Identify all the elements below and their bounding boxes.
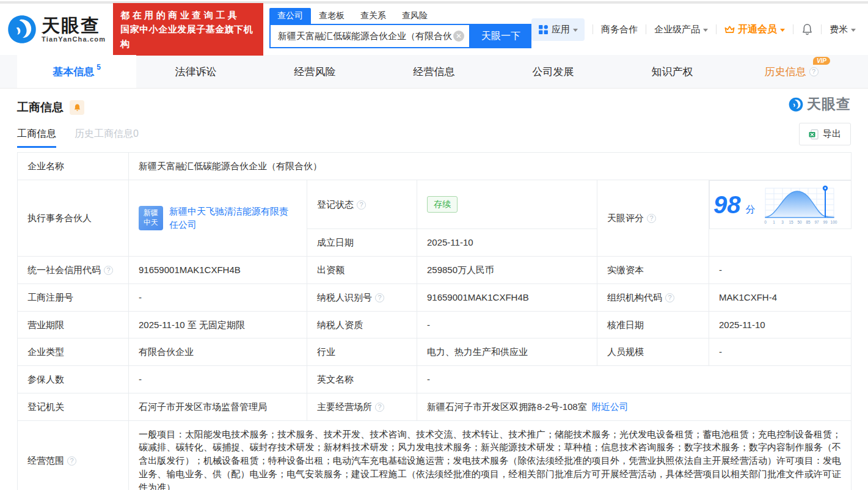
site-header: 天眼查 TianYanCha.com 都在用的商业查询工具 国家中小企业发展子基… [0, 4, 868, 55]
search-button[interactable]: 天眼一下 [470, 24, 531, 48]
chevron-down-icon [703, 29, 708, 32]
watermark-text: 天眼查 [807, 95, 851, 114]
help-icon[interactable]: ? [67, 456, 76, 466]
table-row: 营业期限 2025-11-10 至 无固定期限 纳税人资质 - 核准日期 202… [18, 311, 852, 338]
nearby-companies-link[interactable]: 附近公司 [592, 401, 629, 412]
tab-operation-risk[interactable]: 经营风险 [255, 55, 374, 88]
subscribe-bell-button[interactable] [70, 100, 84, 115]
clear-search-icon[interactable]: ✕ [453, 31, 464, 42]
insured-count-value: - [129, 366, 307, 393]
business-term-value: 2025-11-10 至 无固定期限 [129, 311, 307, 338]
tianyancha-swirl-icon [6, 13, 38, 45]
subtab-history-registration[interactable]: 历史工商信息0 [75, 128, 139, 148]
company-nav-tabs: 基本信息 5 法律诉讼 经营风险 经营信息 公司发展 知识产权 VIP 历史信息… [0, 55, 868, 89]
tab-intellectual-property[interactable]: 知识产权 [613, 55, 732, 88]
partner-company-link[interactable]: 新疆中天飞驰清洁能源有限责任公司 [169, 205, 297, 232]
tab-label: 基本信息 [53, 65, 94, 79]
brand-domain: TianYanCha.com [42, 35, 106, 43]
brand-name: 天眼查 [42, 16, 106, 35]
score-distribution-chart: 0 1 3 15 50 85 97 99 100 [760, 183, 839, 226]
help-icon[interactable]: ? [357, 200, 366, 210]
help-icon[interactable]: ? [375, 293, 384, 302]
business-scope-label: 经营范围? [18, 420, 129, 490]
menu-divider [793, 24, 793, 34]
tianyancha-swirl-icon [788, 97, 804, 112]
tab-basic-info[interactable]: 基本信息 5 [17, 55, 136, 88]
business-address-value: 新疆石河子市开发区双拥路8-2号-108室附近公司 [417, 393, 852, 420]
taxpayer-quality-value: - [417, 311, 597, 338]
business-info-table: 企业名称 新疆天富融汇低碳能源合伙企业（有限合伙） 执行事务合伙人 新疆中天 新… [17, 152, 852, 490]
svg-text:100: 100 [830, 220, 837, 224]
score-label: 天眼评分? [597, 180, 709, 256]
menu-divider [593, 24, 593, 34]
company-name-label: 企业名称 [18, 153, 129, 180]
tab-business-info[interactable]: 经营信息 [374, 55, 494, 88]
score-axis-labels: 0 1 3 15 50 85 97 99 100 [764, 220, 837, 224]
taxpayer-id-value: 91659001MAK1CXFH4B [417, 283, 597, 311]
search-tab-boss[interactable]: 查老板 [311, 8, 352, 24]
vip-label: 开通会员 [738, 23, 777, 36]
approval-date-value: 2025-11-10 [709, 311, 852, 338]
search-bar: ✕ 天眼一下 [269, 24, 531, 48]
reg-number-value: - [129, 283, 307, 311]
header-menu: 应用 商务合作 企业级产品 开通会员 费米 [531, 18, 868, 41]
establish-date-label: 成立日期 [307, 229, 417, 257]
reg-number-label: 工商注册号 [18, 283, 129, 311]
taxpayer-id-label: 纳税人识别号? [307, 283, 417, 311]
excel-icon [809, 130, 819, 139]
help-icon[interactable]: ? [665, 293, 674, 302]
promo-line2: 国家中小企业发展子基金旗下机构 [120, 22, 256, 51]
notification-bell-icon[interactable] [801, 23, 813, 35]
search-input[interactable] [278, 31, 453, 42]
tab-company-development[interactable]: 公司发展 [494, 55, 613, 88]
apps-menu[interactable]: 应用 [531, 18, 585, 41]
menu-divider [821, 24, 822, 34]
svg-text:99: 99 [823, 220, 828, 224]
staff-size-label: 人员规模 [597, 338, 709, 366]
score-unit: 分 [746, 202, 756, 216]
business-scope-value: 一般项目：太阳能发电技术服务；技术服务、技术开发、技术咨询、技术交流、技术转让、… [129, 420, 852, 490]
search-tab-risk[interactable]: 查风险 [394, 8, 436, 24]
search-tab-relation[interactable]: 查关系 [352, 8, 394, 24]
table-row: 企业类型 有限合伙企业 行业 电力、热力生产和供应业 人员规模 - [18, 338, 852, 366]
partner-avatar[interactable]: 新疆中天 [139, 206, 163, 230]
tab-label: 历史信息 [765, 65, 806, 79]
chevron-down-icon [780, 29, 785, 32]
subtab-row: 工商信息 历史工商信息0 导出 [17, 125, 851, 148]
apps-grid-icon [538, 24, 549, 35]
english-name-value: - [417, 366, 852, 393]
menu-divider [646, 24, 646, 34]
svg-text:0: 0 [764, 220, 767, 224]
user-menu[interactable]: 费米 [830, 24, 856, 35]
tab-legal-proceedings[interactable]: 法律诉讼 [136, 55, 255, 88]
tab-count-badge: 5 [97, 63, 101, 71]
tianyancha-watermark: 天眼查 [788, 95, 851, 114]
table-row: 经营范围? 一般项目：太阳能发电技术服务；技术服务、技术开发、技术咨询、技术交流… [18, 420, 852, 490]
search-area: 查公司 查老板 查关系 查风险 ✕ 天眼一下 [269, 8, 531, 48]
capital-label: 出资额 [307, 257, 417, 284]
paid-capital-label: 实缴资本 [597, 257, 709, 284]
industry-label: 行业 [307, 338, 417, 366]
tianyancha-logo[interactable]: 天眼查 TianYanCha.com [6, 13, 106, 45]
search-tabs: 查公司 查老板 查关系 查风险 [269, 8, 531, 24]
business-address-label: 主要经营场所? [307, 393, 417, 420]
help-icon[interactable]: ? [104, 266, 113, 275]
logo-text: 天眼查 TianYanCha.com [42, 16, 106, 43]
subtab-business-registration[interactable]: 工商信息 [17, 128, 56, 148]
reg-authority-label: 登记机关 [18, 393, 129, 420]
help-icon[interactable]: ? [647, 214, 656, 223]
help-icon[interactable]: ? [375, 403, 384, 412]
svg-text:97: 97 [814, 220, 819, 224]
score-value: 98 分 [709, 180, 852, 229]
vip-upgrade-menu[interactable]: 开通会员 [724, 23, 785, 36]
tab-history-info[interactable]: VIP 历史信息 ? [732, 55, 851, 88]
help-icon[interactable]: ? [809, 67, 819, 76]
english-name-label: 英文名称 [307, 366, 417, 393]
enterprise-menu[interactable]: 企业级产品 [654, 24, 708, 35]
search-tab-company[interactable]: 查公司 [269, 8, 311, 24]
crown-icon [724, 25, 735, 34]
export-button[interactable]: 导出 [799, 123, 851, 145]
search-input-box: ✕ [269, 24, 470, 48]
cooperation-menu[interactable]: 商务合作 [601, 24, 638, 35]
org-code-value: MAK1CXFH-4 [709, 283, 852, 311]
